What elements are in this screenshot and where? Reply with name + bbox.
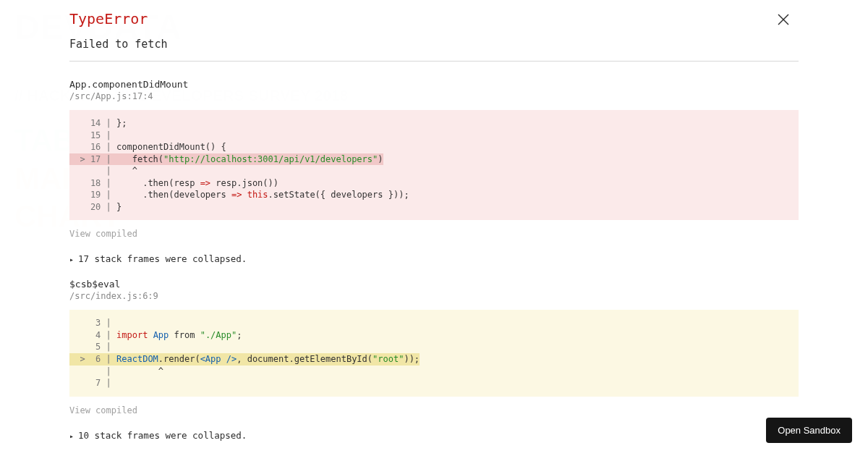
close-icon[interactable] — [777, 13, 790, 26]
stack-frame-location: /src/App.js:17:4 — [69, 91, 799, 101]
error-type: TypeError — [69, 10, 799, 28]
view-compiled-link[interactable]: View compiled — [69, 405, 799, 415]
stack-frame-location: /src/index.js:6:9 — [69, 291, 799, 301]
open-sandbox-button[interactable]: Open Sandbox — [766, 418, 852, 443]
code-block: 14 | }; 15 | 16 | componentDidMount() { … — [69, 110, 799, 220]
error-overlay: TypeError Failed to fetch App.componentD… — [0, 0, 868, 456]
view-compiled-link[interactable]: View compiled — [69, 229, 799, 239]
collapsed-frames-toggle[interactable]: 10 stack frames were collapsed. — [69, 430, 799, 441]
error-message: Failed to fetch — [69, 38, 799, 62]
collapsed-frames-toggle[interactable]: 17 stack frames were collapsed. — [69, 253, 799, 264]
code-block: 3 | 4 | import App from "./App"; 5 | > 6… — [69, 310, 799, 396]
stack-frame-function: $csb$eval — [69, 279, 799, 290]
stack-frame-function: App.componentDidMount — [69, 79, 799, 90]
